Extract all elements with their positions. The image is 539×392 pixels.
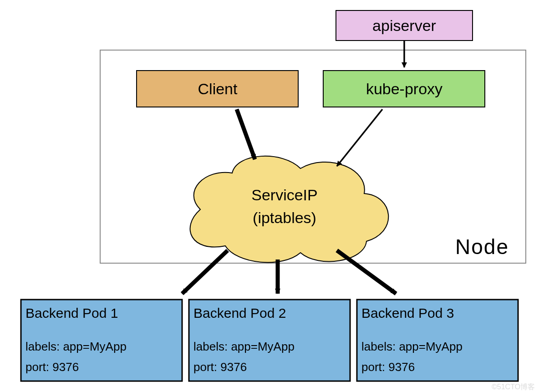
kubeproxy-box: kube-proxy (323, 71, 485, 107)
kubeproxy-label: kube-proxy (366, 80, 442, 97)
service-line1: ServiceIP (251, 186, 318, 204)
arrow-kubeproxy-service (337, 109, 382, 166)
apiserver-label: apiserver (372, 17, 436, 34)
arrow-service-pod3 (337, 250, 396, 294)
backend-pod-3: Backend Pod 3 labels: app=MyApp port: 93… (357, 300, 518, 381)
backend-pod-2: Backend Pod 2 labels: app=MyApp port: 93… (189, 300, 350, 381)
diagram-root: Node apiserver Client kube-proxy Service… (0, 0, 539, 392)
arrow-service-pod1 (182, 250, 228, 294)
node-label: Node (455, 235, 509, 259)
service-line2: (iptables) (253, 209, 316, 226)
pod1-labels: labels: app=MyApp (25, 340, 127, 353)
client-box: Client (137, 71, 298, 107)
pod3-labels: labels: app=MyApp (361, 340, 463, 353)
service-cloud: ServiceIP (iptables) (190, 156, 389, 263)
pod1-port: port: 9376 (25, 360, 79, 374)
client-label: Client (198, 80, 238, 97)
pod3-port: port: 9376 (361, 360, 415, 374)
pod2-labels: labels: app=MyApp (193, 340, 295, 353)
pod1-title: Backend Pod 1 (25, 305, 118, 321)
apiserver-box: apiserver (336, 10, 473, 41)
pod2-port: port: 9376 (193, 360, 247, 374)
pod3-title: Backend Pod 3 (361, 305, 454, 321)
pod2-title: Backend Pod 2 (193, 305, 286, 321)
arrow-client-service (237, 109, 255, 159)
watermark-text: ©51CTO博客 (492, 383, 535, 391)
backend-pod-1: Backend Pod 1 labels: app=MyApp port: 93… (21, 300, 182, 381)
